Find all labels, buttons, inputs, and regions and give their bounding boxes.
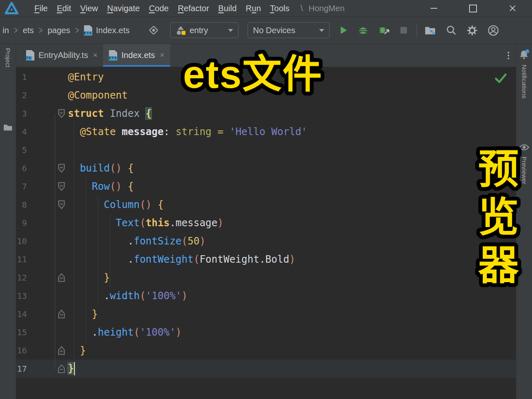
token-pl [68, 345, 80, 356]
line-number: 8 [16, 200, 27, 210]
token-pl [140, 108, 145, 119]
close-button[interactable] [493, 0, 532, 17]
notifications-bell-icon[interactable] [519, 49, 530, 62]
menu-refactor[interactable]: Refactor [173, 4, 214, 13]
code-line-13: 13 .width('100%') [16, 287, 516, 305]
line-number: 4 [16, 127, 27, 137]
debug-button[interactable] [358, 25, 368, 36]
tab-index-ets[interactable]: ETSIndex.ets× [103, 44, 170, 67]
module-selector[interactable]: entry [170, 22, 238, 38]
code-line-6: 6 build() { [16, 159, 516, 177]
fold-start-marker-icon[interactable] [55, 163, 68, 173]
token-par: ( [110, 162, 116, 174]
right-tool-stripe: Notifications Previewer [516, 44, 532, 399]
token-br: { [128, 162, 134, 174]
menu-tools[interactable]: Tools [265, 4, 294, 13]
menu-file[interactable]: File [30, 4, 52, 13]
minimize-button[interactable] [414, 0, 453, 17]
fold-start-marker-icon[interactable] [55, 181, 68, 191]
code-text: } [68, 272, 516, 283]
tab-strip: TSEntryAbility.ts×ETSIndex.ets× [20, 44, 170, 67]
token-prop: message [122, 126, 164, 138]
code-line-12: 12 } [16, 268, 516, 287]
chevron-right-icon: > [39, 25, 43, 36]
notifications-tool-button[interactable]: Notifications [521, 65, 528, 99]
token-par: ) [289, 254, 295, 265]
attach-debugger-button[interactable] [378, 25, 390, 36]
breadcrumb-item-pages[interactable]: pages [47, 26, 71, 35]
code-text: .fontWeight(FontWeight.Bold) [68, 254, 516, 265]
code-editor[interactable]: 1@Entry2@Component3struct Index {4 @Stat… [16, 67, 516, 399]
menu-code[interactable]: Code [144, 4, 173, 13]
token-brhl: { [146, 108, 152, 119]
code-line-8: 8 Column() { [16, 196, 516, 214]
token-br: { [158, 199, 164, 210]
menu-run[interactable]: Run [241, 4, 266, 13]
chevron-down-icon [228, 29, 233, 32]
tab-close-icon[interactable]: × [93, 51, 98, 60]
chevron-down-icon [319, 29, 324, 32]
breadcrumb-file[interactable]: ETSIndex.ets [84, 25, 130, 36]
token-pl [224, 126, 229, 138]
module-icon [176, 26, 186, 35]
code-line-9: 9 Text(this.message) [16, 214, 516, 232]
annotation-ets-file: ets文件 [183, 42, 323, 99]
breadcrumb: in>ets>pages>ETSIndex.ets [2, 25, 130, 36]
annotation-previewer: 预览器 [474, 148, 515, 292]
token-par: ( [110, 181, 116, 192]
tab-close-icon[interactable]: × [160, 51, 164, 60]
run-button[interactable] [339, 26, 348, 35]
file-type-icon-ts: TS [26, 50, 34, 60]
target-icon [148, 24, 159, 36]
fold-start-marker-icon[interactable] [55, 200, 68, 210]
previewer-eye-icon[interactable] [519, 143, 530, 153]
code-lines: 1@Entry2@Component3struct Index {4 @Stat… [16, 67, 516, 399]
menu-build[interactable]: Build [214, 4, 241, 13]
fold-end-marker-icon[interactable] [55, 346, 68, 355]
token-fn: height [98, 326, 134, 338]
code-text: .width('100%') [68, 290, 516, 302]
project-tool-button[interactable]: Project [5, 48, 12, 68]
token-par: ) [116, 181, 122, 192]
token-eq: = [217, 126, 223, 138]
token-ann: @Entry [68, 71, 104, 83]
tab-entryability-ts[interactable]: TSEntryAbility.ts× [20, 44, 103, 67]
line-number: 1 [16, 72, 27, 82]
code-text: } [68, 345, 516, 356]
token-fn: Column [104, 199, 140, 210]
search-everywhere-button[interactable] [446, 25, 457, 36]
code-text: } [68, 362, 516, 375]
fold-end-marker-icon[interactable] [55, 364, 68, 374]
breadcrumb-item-in[interactable]: in [2, 26, 10, 35]
file-type-icon-ets: ETS [84, 25, 92, 36]
fold-end-marker-icon[interactable] [55, 273, 68, 283]
device-manager-button[interactable] [424, 25, 436, 35]
token-pl [152, 199, 157, 210]
previewer-tool-button[interactable]: Previewer [521, 157, 528, 184]
inspection-ok-checkmark-icon[interactable] [494, 73, 507, 85]
menu-bar: FileEditViewNavigateCodeRefactorBuildRun… [30, 4, 294, 13]
project-title: HongMen [309, 4, 345, 13]
profile-button[interactable] [488, 25, 499, 36]
code-text: .height('100%') [68, 326, 516, 338]
token-fn: fontSize [134, 235, 182, 247]
locate-file-button[interactable] [148, 24, 159, 36]
token-pl [104, 108, 110, 119]
more-options-icon[interactable] [508, 51, 509, 60]
fold-end-marker-icon[interactable] [55, 309, 68, 319]
device-selector[interactable]: No Devices [248, 22, 330, 38]
minimize-icon [431, 8, 437, 9]
fold-start-marker-icon[interactable] [55, 109, 68, 118]
run-icon [339, 26, 348, 35]
folder-icon[interactable] [3, 123, 12, 133]
maximize-button[interactable] [453, 0, 493, 17]
settings-button[interactable] [467, 25, 478, 36]
code-line-3: 3struct Index { [16, 104, 516, 123]
menu-edit[interactable]: Edit [52, 4, 75, 13]
token-par: ( [134, 326, 140, 338]
menu-view[interactable]: View [76, 4, 103, 13]
token-pl [68, 162, 80, 174]
breadcrumb-item-ets[interactable]: ets [22, 26, 35, 35]
menu-navigate[interactable]: Navigate [103, 4, 144, 13]
token-br: } [80, 345, 86, 356]
